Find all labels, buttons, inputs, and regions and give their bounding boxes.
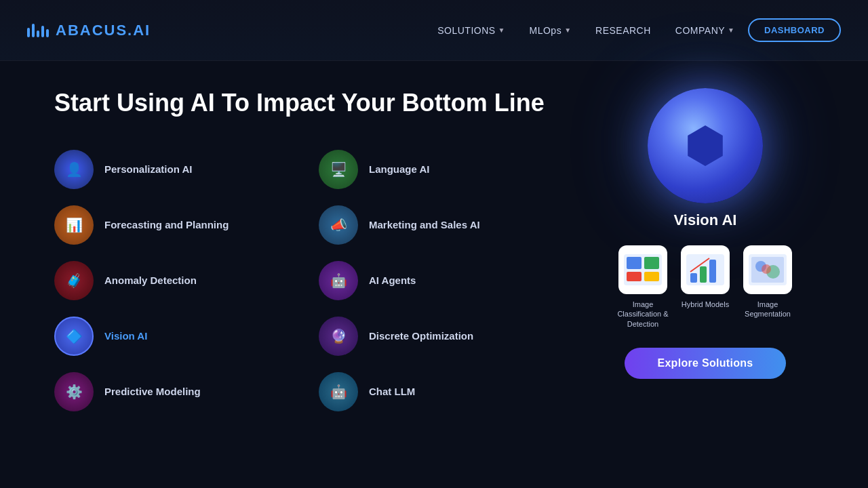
solution-item-language[interactable]: 🖥️ Language AI bbox=[319, 142, 570, 197]
nav-item-solutions[interactable]: SOLUTIONS ▼ bbox=[437, 25, 505, 36]
nav-item-mlops[interactable]: MLOps ▼ bbox=[530, 25, 572, 36]
image-segmentation-label: Image Segmentation bbox=[741, 300, 795, 319]
nav-link-research[interactable]: RESEARCH bbox=[595, 25, 651, 36]
sub-option-image-segmentation[interactable]: Image Segmentation bbox=[741, 245, 795, 329]
hybrid-models-label: Hybrid Models bbox=[682, 300, 729, 309]
chevron-down-icon: ▼ bbox=[498, 26, 505, 34]
solutions-grid: 👤 Personalization AI 📊 Forecasting and P… bbox=[54, 142, 570, 420]
anomaly-label: Anomaly Detection bbox=[104, 274, 197, 287]
logo[interactable]: ABACUS.AI bbox=[27, 22, 151, 39]
chatllm-icon: 🤖 bbox=[319, 372, 358, 411]
page-title: Start Using AI To Impact Your Bottom Lin… bbox=[54, 88, 570, 117]
solution-item-predictive[interactable]: ⚙️ Predictive Modeling bbox=[54, 364, 305, 420]
predictive-icon: ⚙️ bbox=[54, 372, 94, 411]
nav-link-solutions[interactable]: SOLUTIONS bbox=[437, 25, 495, 36]
explore-solutions-button[interactable]: Explore Solutions bbox=[625, 348, 785, 379]
solution-item-vision[interactable]: 🔷 Vision AI bbox=[54, 308, 305, 364]
hexagon-icon bbox=[685, 125, 726, 166]
dashboard-button[interactable]: DASHBOARD bbox=[748, 18, 841, 42]
solutions-section: Start Using AI To Impact Your Bottom Lin… bbox=[54, 88, 570, 420]
marketing-icon: 📣 bbox=[319, 205, 358, 245]
discrete-label: Discrete Optimization bbox=[369, 329, 473, 343]
predictive-label: Predictive Modeling bbox=[104, 385, 201, 399]
vision-icon: 🔷 bbox=[54, 317, 94, 356]
solution-item-anomaly[interactable]: 🧳 Anomaly Detection bbox=[54, 253, 305, 308]
svg-rect-4 bbox=[644, 272, 659, 281]
personalization-label: Personalization AI bbox=[104, 163, 192, 176]
chevron-down-icon: ▼ bbox=[728, 26, 734, 34]
svg-rect-6 bbox=[690, 273, 697, 283]
marketing-label: Marketing and Sales AI bbox=[369, 218, 480, 232]
nav-item-research[interactable]: RESEARCH bbox=[595, 24, 651, 37]
agents-icon: 🤖 bbox=[319, 261, 358, 300]
solution-item-forecasting[interactable]: 📊 Forecasting and Planning bbox=[54, 197, 305, 253]
language-label: Language AI bbox=[369, 163, 429, 176]
solutions-col2: 🖥️ Language AI 📣 Marketing and Sales AI … bbox=[319, 142, 570, 420]
discrete-icon: 🔮 bbox=[319, 317, 358, 356]
vision-ai-panel: Vision AI Image Classification & Detecti… bbox=[597, 88, 814, 420]
svg-point-13 bbox=[762, 264, 771, 274]
vision-ai-title: Vision AI bbox=[674, 211, 737, 229]
nav-links: SOLUTIONS ▼ MLOps ▼ RESEARCH COMPANY ▼ bbox=[437, 24, 734, 37]
language-icon: 🖥️ bbox=[319, 150, 358, 189]
navbar: ABACUS.AI SOLUTIONS ▼ MLOps ▼ RESEARCH C… bbox=[0, 0, 868, 61]
svg-rect-1 bbox=[627, 257, 642, 269]
logo-text: ABACUS.AI bbox=[56, 22, 151, 39]
chatllm-label: Chat LLM bbox=[369, 385, 415, 399]
nav-link-company[interactable]: COMPANY bbox=[675, 25, 725, 36]
anomaly-icon: 🧳 bbox=[54, 261, 94, 300]
agents-label: AI Agents bbox=[369, 274, 416, 287]
solution-item-chatllm[interactable]: 🤖 Chat LLM bbox=[319, 364, 570, 420]
solutions-col1: 👤 Personalization AI 📊 Forecasting and P… bbox=[54, 142, 305, 420]
forecasting-icon: 📊 bbox=[54, 205, 94, 245]
vision-sub-options: Image Classification & Detection Hybrid … bbox=[616, 245, 795, 329]
svg-rect-2 bbox=[644, 257, 659, 269]
chevron-down-icon: ▼ bbox=[564, 26, 571, 34]
svg-rect-7 bbox=[700, 266, 707, 283]
main-content: Start Using AI To Impact Your Bottom Lin… bbox=[0, 61, 868, 420]
nav-link-mlops[interactable]: MLOps bbox=[530, 25, 562, 36]
solution-item-personalization[interactable]: 👤 Personalization AI bbox=[54, 142, 305, 197]
nav-item-company[interactable]: COMPANY ▼ bbox=[675, 25, 734, 36]
solution-item-marketing[interactable]: 📣 Marketing and Sales AI bbox=[319, 197, 570, 253]
svg-rect-8 bbox=[709, 260, 716, 283]
sub-option-image-classification[interactable]: Image Classification & Detection bbox=[616, 245, 670, 329]
personalization-icon: 👤 bbox=[54, 150, 94, 189]
forecasting-label: Forecasting and Planning bbox=[104, 218, 229, 232]
vision-label: Vision AI bbox=[104, 329, 147, 343]
sub-option-hybrid-models[interactable]: Hybrid Models bbox=[681, 245, 730, 329]
vision-ai-icon bbox=[648, 88, 763, 203]
solution-item-discrete[interactable]: 🔮 Discrete Optimization bbox=[319, 308, 570, 364]
logo-icon bbox=[27, 24, 49, 37]
image-classification-label: Image Classification & Detection bbox=[616, 300, 670, 329]
solution-item-agents[interactable]: 🤖 AI Agents bbox=[319, 253, 570, 308]
svg-rect-3 bbox=[627, 272, 642, 281]
